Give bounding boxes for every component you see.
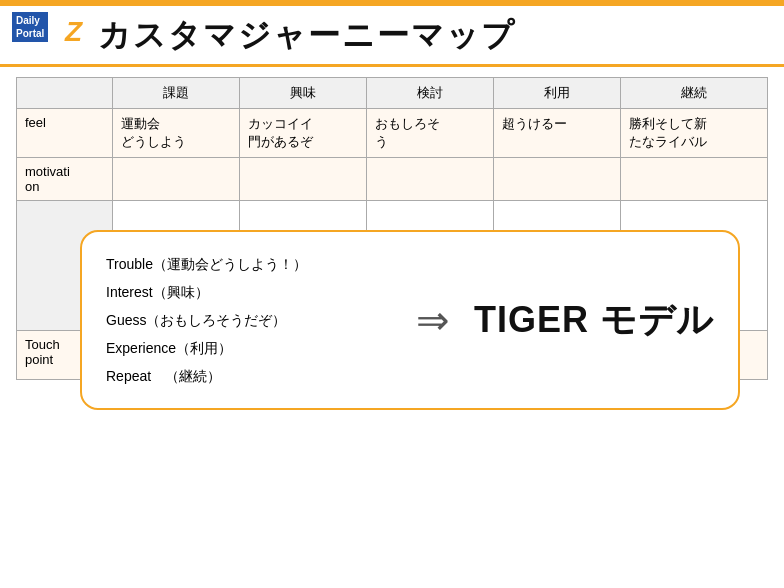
tiger-item-r: Repeat （継続） — [106, 362, 392, 390]
col-header-kadai: 課題 — [112, 78, 239, 109]
cell-feel-riyo: 超うけるー — [493, 109, 620, 158]
col-header-keizoku: 継続 — [620, 78, 767, 109]
tiger-item-g: Guess（おもしろそうだぞ） — [106, 306, 392, 334]
header: Daily Portal Z カスタマジャーニーマップ — [0, 6, 784, 67]
cell-feel-kento: おもしろそう — [366, 109, 493, 158]
logo-text: Daily Portal — [12, 12, 48, 42]
cell-feel-kyomi: カッコイイ門があるぞ — [239, 109, 366, 158]
tiger-model-title: TIGER モデル — [474, 296, 714, 345]
col-header-empty — [17, 78, 113, 109]
col-header-riyo: 利用 — [493, 78, 620, 109]
cell-feel-keizoku: 勝利そして新たなライバル — [620, 109, 767, 158]
logo-z: Z — [65, 16, 82, 48]
cell-motivation-riyo — [493, 158, 620, 201]
row-label-feel: feel — [17, 109, 113, 158]
tiger-arrow-icon: ⇒ — [416, 297, 450, 343]
table-row-feel: feel 運動会どうしよう カッコイイ門があるぞ おもしろそう 超うけるー 勝利… — [17, 109, 768, 158]
table-row-motivation: motivation — [17, 158, 768, 201]
col-header-kyomi: 興味 — [239, 78, 366, 109]
tiger-list: Trouble（運動会どうしよう！） Interest（興味） Guess（おも… — [106, 250, 392, 390]
cell-feel-kadai: 運動会どうしよう — [112, 109, 239, 158]
cell-motivation-kadai — [112, 158, 239, 201]
col-header-kento: 検討 — [366, 78, 493, 109]
cell-motivation-kyomi — [239, 158, 366, 201]
row-label-motivation: motivation — [17, 158, 113, 201]
logo: Daily Portal Z — [12, 12, 82, 60]
cell-motivation-keizoku — [620, 158, 767, 201]
tiger-overlay-box: Trouble（運動会どうしよう！） Interest（興味） Guess（おも… — [80, 230, 740, 410]
cell-motivation-kento — [366, 158, 493, 201]
tiger-item-e: Experience（利用） — [106, 334, 392, 362]
table-header-row: 課題 興味 検討 利用 継続 — [17, 78, 768, 109]
tiger-item-t: Trouble（運動会どうしよう！） — [106, 250, 392, 278]
page-title: カスタマジャーニーマップ — [98, 14, 516, 58]
tiger-item-i: Interest（興味） — [106, 278, 392, 306]
